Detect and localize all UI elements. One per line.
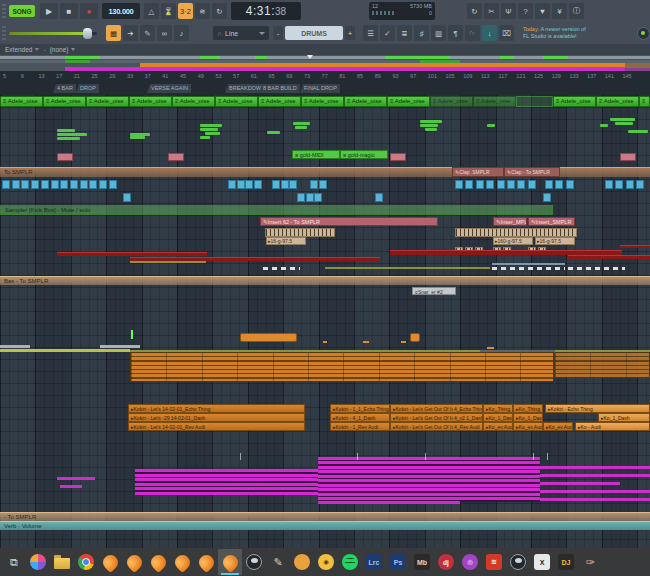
automation-lane[interactable]: - To SMPLR (0, 512, 650, 521)
clip-tick[interactable] (425, 453, 426, 460)
audio-clip[interactable]: Adele_oise (473, 96, 516, 107)
vocal-strip[interactable] (540, 474, 650, 477)
kick-clip[interactable] (626, 180, 634, 189)
link-icon[interactable]: ∞ (157, 25, 172, 41)
vocal-clip[interactable]: Ko_ev Audi (483, 422, 513, 431)
audio-strip[interactable] (492, 263, 565, 265)
clip-tick[interactable] (533, 453, 534, 460)
vocal-clip[interactable]: Kokiri - 1_1_Echo Thing (330, 404, 390, 413)
dj-yellow-icon[interactable]: DJ (554, 549, 578, 575)
orange-app-icon[interactable] (290, 549, 314, 575)
vocal-clip[interactable]: Kokiri - Let's Get Out Of It 4_Echo Thin… (390, 404, 483, 413)
midi-notes-clip[interactable] (628, 130, 648, 133)
automation-lane[interactable]: Verb - Volume (0, 521, 650, 530)
pattern-clip[interactable] (390, 153, 406, 161)
vocal-strip[interactable] (57, 477, 95, 480)
kick-clip[interactable] (51, 180, 59, 189)
playlist-icon[interactable]: ☰ (363, 25, 378, 41)
master-volume-slider[interactable] (9, 25, 97, 41)
tempo-display[interactable]: 130.000 (102, 3, 140, 19)
kick-clip[interactable] (21, 180, 29, 189)
paint-mode-icon[interactable]: ➔ (123, 25, 138, 41)
kick-clip[interactable] (80, 180, 88, 189)
info-icon[interactable]: ⓘ (569, 3, 584, 19)
vocal-strip[interactable] (540, 498, 650, 501)
vocal-strip[interactable] (60, 485, 82, 488)
audio-clip[interactable]: Adele_oise (0, 96, 43, 107)
track-mute-overlay[interactable]: Sampler [Kick Bus] - Mute / solo (0, 205, 553, 215)
task-view-button[interactable]: ⧉ (2, 549, 26, 575)
pattern-clip[interactable] (168, 153, 184, 161)
minimap-position-marker[interactable] (307, 55, 313, 59)
kick-clip[interactable] (306, 193, 314, 202)
audio-strip[interactable] (0, 349, 130, 352)
kick-clip[interactable] (109, 180, 117, 189)
selection-name[interactable]: (none) (50, 46, 69, 53)
pattern-selector[interactable]: DRUMS (285, 26, 343, 40)
audio-clip[interactable]: Adele_oise (344, 96, 387, 107)
cut-icon[interactable]: ✂ (484, 3, 499, 19)
vocal-clip[interactable]: Kokiri - Let's 14-02-01_Echo Thing (128, 404, 305, 413)
vocal-clip[interactable]: Ko_1_Dash (598, 413, 650, 422)
plugin-icon[interactable]: ¥ (552, 3, 567, 19)
fl-news-icon[interactable] (637, 27, 650, 40)
step-editor-icon[interactable]: ✓ (380, 25, 395, 41)
white-app-icon[interactable]: X (530, 549, 554, 575)
pattern-clip[interactable] (57, 153, 73, 161)
kick-clip[interactable] (31, 180, 39, 189)
mixer-icon[interactable]: ▥ (431, 25, 446, 41)
automation-clip[interactable]: Insert_SMPLR (528, 217, 575, 226)
pattern-label[interactable]: 160-g-97.5 (493, 237, 533, 245)
file-explorer-icon[interactable] (50, 549, 74, 575)
midi-notes-clip[interactable] (293, 122, 310, 125)
kick-clip[interactable] (615, 180, 623, 189)
vocal-clip[interactable]: Ko_1_Dash (513, 413, 543, 422)
piano-roll-icon[interactable]: ≣ (397, 25, 412, 41)
play-button[interactable]: ▶ (40, 3, 58, 19)
vocal-clip[interactable]: Ko_Thing (513, 404, 543, 413)
purple-app-icon[interactable]: ◎ (458, 549, 482, 575)
paint-app-icon[interactable]: ✑ (578, 549, 602, 575)
audio-clip[interactable] (639, 96, 650, 107)
vocal-strip[interactable] (540, 490, 650, 493)
kick-clip[interactable] (281, 180, 289, 189)
audio-clip[interactable]: Adele_oise (430, 96, 473, 107)
audio-clip[interactable]: Adele_oise (86, 96, 129, 107)
audio-dash[interactable] (401, 341, 406, 343)
kick-clip[interactable] (528, 180, 536, 189)
timeline-marker[interactable]: 8 BAR BUILD (259, 84, 300, 93)
chrome-icon[interactable] (74, 549, 98, 575)
clip-tick[interactable] (357, 453, 358, 460)
channel-rack-icon[interactable]: ♯ (414, 25, 429, 41)
audio-clip[interactable]: Adele_oise (596, 96, 639, 107)
audio-strip[interactable] (57, 252, 207, 256)
gray-dash[interactable] (0, 345, 30, 348)
automation-lane[interactable]: Bas - To SMPLR (0, 276, 650, 285)
arrangement-name[interactable]: Extended (5, 46, 32, 53)
vocal-clip[interactable]: Ko_ev Audi (513, 422, 543, 431)
audio-strip[interactable] (325, 267, 490, 269)
pattern-clip[interactable] (620, 153, 636, 161)
trash-icon[interactable]: ⌧ (499, 25, 514, 41)
slide-tool-icon[interactable]: ✎ (140, 25, 155, 41)
snap-selector[interactable]: ∩ Line (213, 26, 269, 40)
save-icon[interactable]: ▼ (535, 3, 550, 19)
audio-clip[interactable]: Adele_oise (553, 96, 596, 107)
fl-studio-icon-active[interactable] (218, 549, 242, 575)
audio-dash[interactable] (487, 347, 494, 349)
audio-clip[interactable]: Adele_oise (172, 96, 215, 107)
kick-clip[interactable] (543, 193, 551, 202)
kick-clip[interactable] (545, 180, 553, 189)
vocal-clip[interactable]: Ko_ev Audi (543, 422, 573, 431)
toolbar-grip-2[interactable] (2, 26, 6, 40)
midi-notes-clip[interactable] (420, 124, 438, 127)
audio-dash[interactable] (323, 341, 327, 343)
midi-notes-clip[interactable] (420, 120, 442, 123)
kick-clip[interactable] (41, 180, 49, 189)
download-icon[interactable]: ↓ (482, 25, 497, 41)
midi-notes-clip[interactable] (200, 136, 210, 139)
automation-clip[interactable]: Insert 62 - To SMPLR (260, 217, 438, 226)
midi-notes-clip[interactable] (57, 129, 75, 132)
obs-icon[interactable] (506, 549, 530, 575)
hat-pattern-clip[interactable] (265, 228, 335, 237)
